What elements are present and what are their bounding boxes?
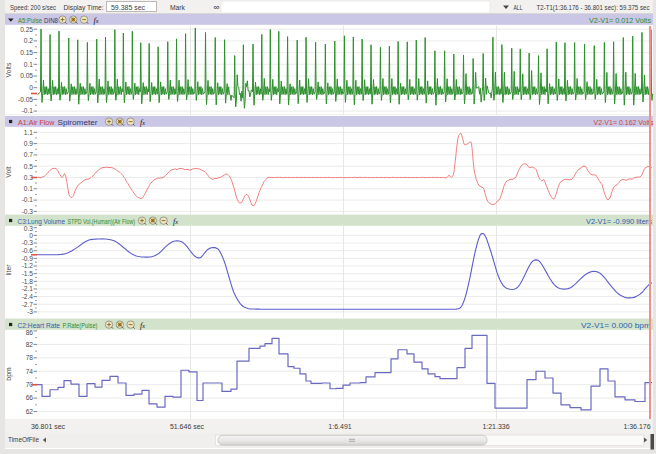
svg-text:ALL: ALL <box>514 3 523 12</box>
svg-text:0.7: 0.7 <box>24 151 33 158</box>
svg-text:-3: -3 <box>27 308 33 315</box>
svg-text:66: 66 <box>26 394 34 401</box>
svg-text:0: 0 <box>29 84 33 91</box>
svg-text:1.1: 1.1 <box>24 129 33 136</box>
svg-text:Display Time:: Display Time: <box>64 3 104 12</box>
svg-text:fx: fx <box>94 16 99 25</box>
svg-text:P.Rate(Pulse): P.Rate(Pulse) <box>63 322 98 330</box>
svg-text:V2-V1= 0.162 Volts: V2-V1= 0.162 Volts <box>594 119 654 126</box>
svg-text:0.1: 0.1 <box>24 185 33 192</box>
svg-text:-2.4: -2.4 <box>22 293 34 300</box>
svg-text:Mark: Mark <box>170 3 185 12</box>
svg-text:TimeOfFile: TimeOfFile <box>8 435 39 444</box>
svg-text:DIN8: DIN8 <box>44 17 58 24</box>
svg-text:Speed: 200 s/sec: Speed: 200 s/sec <box>10 3 56 12</box>
svg-text:1:6.491: 1:6.491 <box>328 423 351 430</box>
svg-text:liter: liter <box>5 264 12 276</box>
svg-text:0.2: 0.2 <box>24 37 33 44</box>
svg-text:fx: fx <box>140 118 145 127</box>
svg-text:51.646 sec: 51.646 sec <box>170 423 205 430</box>
svg-text:-0.1: -0.1 <box>22 107 34 114</box>
svg-text:-0.1: -0.1 <box>22 196 34 203</box>
svg-text:Spirometer: Spirometer <box>58 119 99 127</box>
svg-text:Volt: Volt <box>5 166 12 177</box>
svg-text:fx: fx <box>140 321 145 330</box>
svg-text:62: 62 <box>26 408 34 415</box>
svg-text:0.1: 0.1 <box>24 61 33 68</box>
svg-text:-1.5: -1.5 <box>22 270 34 277</box>
svg-text:0.9: 0.9 <box>24 140 33 147</box>
svg-text:-0.3: -0.3 <box>22 239 34 246</box>
svg-text:∞: ∞ <box>214 3 220 12</box>
svg-text:1:36.176: 1:36.176 <box>623 423 650 430</box>
svg-text:A5:Pulse: A5:Pulse <box>18 17 42 24</box>
svg-text:82: 82 <box>26 341 34 348</box>
svg-text:-0.6: -0.6 <box>22 247 34 254</box>
svg-text:36.801 sec: 36.801 sec <box>31 423 66 430</box>
svg-text:86: 86 <box>26 329 34 336</box>
svg-text:V2-V1= 0.000 bpm: V2-V1= 0.000 bpm <box>581 322 651 330</box>
svg-text:-1.2: -1.2 <box>22 262 34 269</box>
svg-text:0: 0 <box>29 232 33 239</box>
svg-text:78: 78 <box>26 354 34 361</box>
svg-text:0.25: 0.25 <box>20 26 33 33</box>
svg-text:T2-T1(1:36.176 - 36.801 sec):: T2-T1(1:36.176 - 36.801 sec): 59.375 sec <box>537 3 650 12</box>
svg-text:0.05: 0.05 <box>20 72 33 79</box>
svg-text:-1.8: -1.8 <box>22 278 34 285</box>
svg-text:V2-V1= 0.012 Volts: V2-V1= 0.012 Volts <box>589 17 651 24</box>
svg-text:0.15: 0.15 <box>20 49 33 56</box>
svg-text:74: 74 <box>26 368 34 375</box>
svg-text:-2.7: -2.7 <box>22 301 34 308</box>
svg-text:59.385 sec: 59.385 sec <box>111 3 145 12</box>
svg-text:1:21.336: 1:21.336 <box>482 423 509 430</box>
svg-text:-0.05: -0.05 <box>18 96 33 103</box>
svg-text:STPD Vol.(Human)(Air Flow): STPD Vol.(Human)(Air Flow) <box>68 218 136 226</box>
svg-text:A1:Air Flow: A1:Air Flow <box>18 119 55 126</box>
svg-text:Volts: Volts <box>5 62 12 77</box>
svg-text:bpm: bpm <box>5 367 13 381</box>
svg-text:-0.3: -0.3 <box>22 208 34 215</box>
svg-text:fx: fx <box>173 217 178 226</box>
svg-text:V2-V1= -0.990 liters: V2-V1= -0.990 liters <box>586 218 653 225</box>
svg-text:C2:Heart Rate: C2:Heart Rate <box>18 322 61 329</box>
svg-text:0.5: 0.5 <box>24 163 33 170</box>
svg-text:-0.9: -0.9 <box>22 255 34 262</box>
svg-text:-2.1: -2.1 <box>22 285 34 292</box>
